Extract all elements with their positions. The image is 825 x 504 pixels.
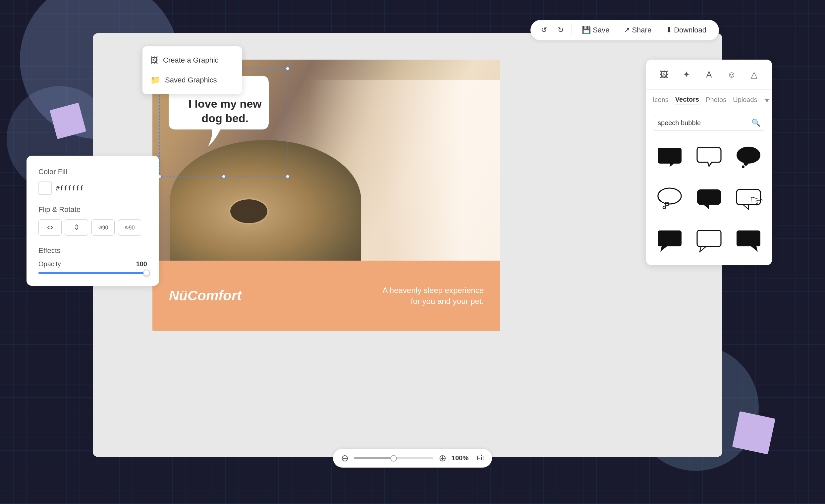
- color-value: #ffffff: [56, 184, 83, 192]
- flip-horizontal-button[interactable]: ⇔: [39, 219, 62, 236]
- flip-rotate-label: Flip & Rotate: [39, 205, 147, 214]
- flip-v-icon: ⇕: [74, 223, 79, 232]
- search-icon[interactable]: 🔍: [751, 118, 760, 127]
- menu-create-graphic[interactable]: 🖼 Create a Graphic: [143, 50, 242, 70]
- rotate-ccw-icon: ↺90: [98, 225, 108, 231]
- opacity-value: 100: [136, 260, 147, 268]
- bubble-option-9[interactable]: [731, 222, 765, 259]
- zoom-in-button[interactable]: ⊕: [439, 453, 446, 464]
- right-graphics-panel: 🖼 ✦ A ☺ △ Icons Vectors Photos Uploads ★: [646, 60, 772, 265]
- redo-button[interactable]: ↻: [554, 23, 568, 37]
- top-toolbar: ↺ ↻ 💾 Save ↗ Share ⬇ Download: [530, 20, 719, 40]
- zoom-slider-fill: [354, 457, 394, 459]
- svg-marker-15: [751, 246, 758, 252]
- bubble-option-4[interactable]: [653, 180, 687, 217]
- flip-rotate-row: ⇔ ⇕ ↺90 ↻90: [39, 219, 147, 236]
- zoom-bar: ⊖ ⊕ 100% Fit: [333, 449, 492, 468]
- effects-label: Effects: [39, 246, 147, 255]
- effects-section: Effects Opacity 100: [39, 246, 147, 274]
- tab-vectors[interactable]: Vectors: [675, 94, 699, 105]
- opacity-label: Opacity: [39, 260, 61, 268]
- panel-toolbar: 🖼 ✦ A ☺ △: [646, 60, 772, 90]
- toolbar-divider: [572, 25, 572, 35]
- panel-shapes-button[interactable]: △: [746, 66, 762, 83]
- image-icon: 🖼: [660, 70, 668, 80]
- panel-text-button[interactable]: A: [701, 66, 717, 83]
- bubble-option-1[interactable]: [653, 139, 687, 175]
- svg-marker-7: [704, 205, 709, 209]
- color-fill-label: Color Fill: [39, 168, 147, 176]
- menu-dropdown: 🖼 Create a Graphic 📁 Saved Graphics: [143, 47, 242, 94]
- zoom-slider-thumb[interactable]: [390, 455, 397, 461]
- svg-marker-11: [660, 246, 667, 252]
- search-input[interactable]: [658, 119, 748, 127]
- brand-name: NüComfort: [169, 288, 241, 304]
- undo-button[interactable]: ↺: [537, 23, 551, 37]
- undo-icon: ↺: [541, 26, 547, 34]
- bubble-option-8[interactable]: [692, 222, 726, 259]
- tab-icons[interactable]: Icons: [653, 95, 669, 105]
- folder-icon: 📁: [150, 76, 160, 85]
- left-properties-panel: Color Fill #ffffff Flip & Rotate ⇔ ⇕ ↺90…: [26, 156, 159, 286]
- favorites-star[interactable]: ★: [764, 96, 770, 104]
- shapes-icon: △: [751, 70, 757, 80]
- svg-rect-10: [658, 231, 682, 246]
- svg-marker-9: [743, 205, 748, 209]
- panel-elements-button[interactable]: ✦: [678, 66, 695, 83]
- share-icon: ↗: [624, 26, 630, 34]
- speech-bubble-grid: [646, 136, 772, 265]
- canvas-bottom-banner: NüComfort A heavenly sleep experience fo…: [152, 261, 500, 331]
- bubble-option-6[interactable]: [731, 180, 765, 217]
- canvas-wrapper[interactable]: NüComfort A heavenly sleep experience fo…: [152, 60, 500, 331]
- svg-rect-6: [697, 189, 721, 205]
- color-fill-row: #ffffff: [39, 181, 147, 195]
- bubble-option-3[interactable]: [731, 139, 765, 175]
- save-icon: 💾: [582, 26, 591, 34]
- rotate-cw-button[interactable]: ↻90: [118, 219, 141, 236]
- sparkle-icon: ✦: [683, 70, 690, 80]
- zoom-fit-button[interactable]: Fit: [477, 454, 484, 462]
- pug-area: [170, 140, 362, 261]
- brand-tagline: A heavenly sleep experience for you and …: [382, 285, 484, 307]
- svg-marker-13: [700, 246, 706, 252]
- panel-emoji-button[interactable]: ☺: [723, 66, 740, 83]
- bubble-option-7[interactable]: [653, 222, 687, 259]
- zoom-slider-track[interactable]: [354, 457, 433, 459]
- flip-h-icon: ⇔: [47, 223, 53, 232]
- svg-point-3: [658, 188, 681, 204]
- bubble-option-5[interactable]: [692, 180, 726, 217]
- panel-tabs: Icons Vectors Photos Uploads ★: [646, 90, 772, 110]
- image-icon: 🖼: [150, 56, 158, 65]
- decoration-sticky-2: [732, 411, 775, 454]
- slider-thumb[interactable]: [143, 269, 150, 276]
- opacity-slider[interactable]: [39, 272, 147, 274]
- tab-photos[interactable]: Photos: [706, 95, 726, 105]
- smiley-icon: ☺: [727, 70, 736, 80]
- svg-point-1: [744, 162, 748, 166]
- rotate-cw-icon: ↻90: [125, 225, 135, 231]
- share-button[interactable]: ↗ Share: [618, 23, 657, 37]
- zoom-out-button[interactable]: ⊖: [341, 453, 349, 464]
- redo-icon: ↻: [557, 26, 564, 34]
- download-icon: ⬇: [666, 26, 672, 34]
- color-swatch[interactable]: [39, 181, 52, 195]
- menu-saved-graphics[interactable]: 📁 Saved Graphics: [143, 70, 242, 90]
- svg-rect-12: [697, 231, 721, 246]
- bubble-option-2[interactable]: [692, 139, 726, 175]
- save-button[interactable]: 💾 Save: [576, 23, 615, 37]
- tab-uploads[interactable]: Uploads: [733, 95, 757, 105]
- svg-rect-14: [737, 231, 760, 246]
- svg-point-5: [663, 206, 666, 208]
- svg-point-2: [742, 166, 745, 168]
- download-button[interactable]: ⬇ Download: [660, 23, 712, 37]
- svg-rect-8: [737, 189, 760, 205]
- svg-point-0: [737, 147, 760, 164]
- rotate-ccw-button[interactable]: ↺90: [91, 219, 115, 236]
- bubble-text: I love my new dog bed.: [185, 96, 265, 125]
- flip-vertical-button[interactable]: ⇕: [65, 219, 88, 236]
- canvas-image: NüComfort A heavenly sleep experience fo…: [152, 60, 500, 331]
- zoom-value: 100%: [452, 454, 471, 462]
- panel-images-button[interactable]: 🖼: [656, 66, 672, 83]
- pug-eye-area: [229, 198, 269, 225]
- text-icon: A: [706, 70, 712, 80]
